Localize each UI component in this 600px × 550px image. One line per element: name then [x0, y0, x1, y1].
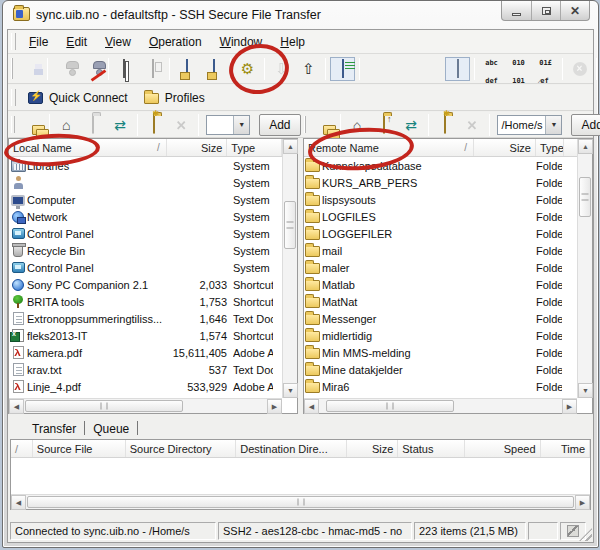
file-row[interactable]: ComputerSystem — [9, 191, 282, 208]
settings-button[interactable]: ⚙ — [235, 57, 260, 81]
paste-button[interactable] — [140, 57, 165, 81]
close-button[interactable]: ✕ — [560, 1, 589, 20]
copy-button[interactable] — [113, 57, 138, 81]
remote-horizontal-scrollbar[interactable]: ◀ ▶ — [304, 398, 577, 413]
menu-item-window[interactable]: Window — [211, 31, 272, 53]
cancel-operation-button[interactable]: × — [567, 57, 592, 81]
upload-button[interactable]: ⇧ — [296, 57, 321, 81]
scroll-down-icon[interactable]: ▼ — [578, 383, 593, 398]
local-new-folder-button[interactable] — [142, 113, 167, 137]
remote-folder-up-button[interactable]: ↑ — [372, 113, 397, 137]
menu-item-operation[interactable]: Operation — [140, 31, 211, 53]
file-row[interactable]: MatNatFolder — [304, 293, 577, 310]
small-icons-view-button[interactable] — [391, 57, 416, 81]
menubar-grip[interactable] — [11, 33, 16, 49]
file-row[interactable]: Sony PC Companion 2.12,033Shortcut — [9, 276, 282, 293]
tab-transfer[interactable]: Transfer — [26, 420, 82, 438]
remote-type-column-header[interactable]: Type — [536, 139, 564, 156]
transfer-hscroll-thumb[interactable] — [27, 496, 574, 508]
file-row[interactable]: MessengerFolder — [304, 310, 577, 327]
connectbar-grip[interactable] — [11, 89, 16, 107]
scroll-left-icon[interactable]: ◀ — [11, 495, 26, 510]
remote-size-column-header[interactable]: Size — [474, 139, 536, 156]
remote-home-button[interactable]: ⌂ — [345, 113, 370, 137]
local-remote-home-folder-button[interactable] — [81, 113, 106, 137]
binary-transfer-mode-button[interactable]: 010101 — [506, 57, 531, 81]
remote-name-column-header[interactable]: Remote Name / — [304, 139, 474, 156]
transfer-column-header-time[interactable]: Time — [541, 440, 590, 457]
file-row[interactable]: NetworkSystem — [9, 208, 282, 225]
local-folder-transfer-button[interactable] — [20, 113, 45, 137]
local-refresh-button[interactable]: ⇄ — [108, 113, 133, 137]
file-row[interactable]: Mira6Folder — [304, 378, 577, 395]
scroll-up-icon[interactable]: ▲ — [578, 139, 593, 154]
ascii-transfer-mode-button[interactable]: abcdef — [479, 57, 504, 81]
transfer-horizontal-scrollbar[interactable]: ◀ ▶ — [11, 494, 590, 509]
menu-item-file[interactable]: File — [20, 31, 57, 53]
file-row[interactable]: kamera.pdf15,611,405Adobe Ac — [9, 344, 282, 361]
file-row[interactable]: System — [9, 174, 282, 191]
scroll-left-icon[interactable]: ◀ — [9, 399, 24, 414]
scroll-up-icon[interactable]: ▲ — [283, 139, 298, 154]
file-row[interactable]: Control PanelSystem — [9, 259, 282, 276]
titlebar[interactable]: sync.uib.no - defaultsftp - SSH Secure F… — [3, 1, 598, 29]
menu-item-view[interactable]: View — [96, 31, 140, 53]
file-row[interactable]: Min MMS-meldingFolder — [304, 344, 577, 361]
file-row[interactable]: Linje_4.pdf533,929Adobe Ac — [9, 378, 282, 395]
file-row[interactable]: lispsysoutsFolder — [304, 191, 577, 208]
file-row[interactable]: MatlabFolder — [304, 276, 577, 293]
local-path-combobox[interactable]: ▼ — [206, 115, 250, 135]
save-button[interactable] — [18, 57, 43, 81]
large-icons-view-button[interactable] — [364, 57, 389, 81]
scroll-right-icon[interactable]: ▶ — [562, 399, 577, 414]
disconnect-button[interactable] — [79, 57, 104, 81]
transfer-column-header-speed[interactable]: Speed — [465, 440, 540, 457]
local-vscroll-thumb[interactable] — [284, 201, 296, 249]
file-row[interactable]: krav.txt537Text Doc — [9, 361, 282, 378]
scroll-right-icon[interactable]: ▶ — [267, 399, 282, 414]
remote-toolbar-grip[interactable] — [304, 116, 306, 134]
profiles-button[interactable]: Profiles — [136, 88, 213, 108]
menu-item-help[interactable]: Help — [271, 31, 314, 53]
file-row[interactable]: Control PanelSystem — [9, 225, 282, 242]
remote-hscroll-thumb[interactable] — [326, 400, 454, 412]
remote-add-button[interactable]: Add — [571, 114, 600, 136]
local-add-button[interactable]: Add — [259, 114, 300, 136]
file-row[interactable]: KURS_ARB_PERSFolder — [304, 174, 577, 191]
scroll-left-icon[interactable]: ◀ — [304, 399, 319, 414]
remote-new-folder-button[interactable] — [433, 113, 458, 137]
local-horizontal-scrollbar[interactable]: ◀ ▶ — [9, 398, 282, 413]
list-view-button[interactable] — [418, 57, 443, 81]
local-home-button[interactable]: ⌂ — [54, 113, 79, 137]
remote-path-dropdown-icon[interactable]: ▼ — [545, 116, 561, 134]
file-row[interactable]: mailFolder — [304, 242, 577, 259]
transfer-column-header-status[interactable]: Status — [398, 440, 465, 457]
local-name-column-header[interactable]: Local Name / — [9, 139, 167, 156]
file-row[interactable]: Extronoppsummeringtiliss...1,646Text Doc — [9, 310, 282, 327]
quick-connect-button[interactable]: Quick Connect — [20, 88, 136, 108]
transfer-column-header-source-directory[interactable]: Source Directory — [126, 440, 237, 457]
details-view-button[interactable] — [445, 57, 470, 81]
file-row[interactable]: malerFolder — [304, 259, 577, 276]
local-toolbar-grip[interactable] — [11, 116, 15, 134]
local-path-dropdown-icon[interactable]: ▼ — [233, 116, 249, 134]
file-row[interactable]: LibrariesSystem — [9, 157, 282, 174]
local-vertical-scrollbar[interactable]: ▲ ▼ — [282, 139, 297, 398]
remote-path-combobox[interactable]: /Home/s ▼ — [497, 115, 563, 135]
file-row[interactable]: KunnskapsdatabaseFolder — [304, 157, 577, 174]
remote-delete-button[interactable]: ✕ — [460, 113, 485, 137]
remote-refresh-button[interactable]: ⇄ — [399, 113, 424, 137]
connect-button[interactable] — [52, 57, 77, 81]
transfer-column-header-source-file[interactable]: Source File — [33, 440, 126, 457]
menu-item-edit[interactable]: Edit — [57, 31, 96, 53]
transfer-column-header-destination-dire-[interactable]: Destination Dire... — [236, 440, 347, 457]
file-row[interactable]: Mine datakjelderFolder — [304, 361, 577, 378]
transfer-list-body[interactable] — [11, 458, 590, 494]
local-delete-button[interactable]: ✕ — [169, 113, 194, 137]
new-terminal-window-button[interactable] — [201, 57, 226, 81]
file-row[interactable]: midlertidigFolder — [304, 327, 577, 344]
auto-select-transfer-mode-button[interactable]: 01£⁄ef — [533, 57, 558, 81]
file-row[interactable]: BRITA tools1,753Shortcut — [9, 293, 282, 310]
new-file-transfer-window-button[interactable] — [174, 57, 199, 81]
remote-folder-transfer-button[interactable] — [311, 113, 336, 137]
